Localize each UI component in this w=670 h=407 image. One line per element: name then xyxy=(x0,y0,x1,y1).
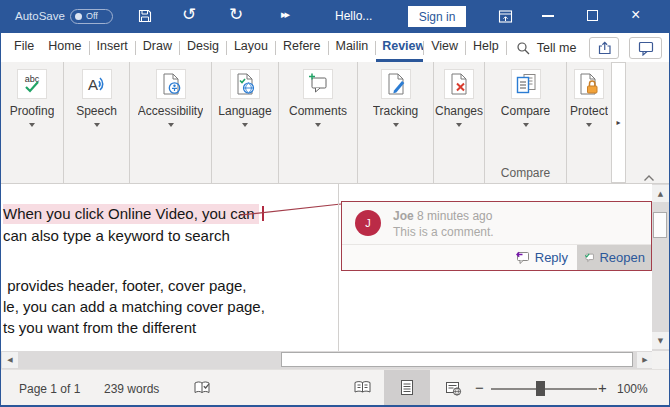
save-icon[interactable] xyxy=(137,8,153,28)
tracking-button[interactable] xyxy=(381,69,411,99)
tell-me-search[interactable]: Tell me xyxy=(507,33,586,62)
ribbon-button-label: Protect xyxy=(570,105,608,118)
print-layout-button[interactable] xyxy=(384,370,430,405)
tab-insert[interactable]: Insert xyxy=(90,33,135,62)
tab-help[interactable]: Help xyxy=(466,33,506,62)
scroll-up-icon[interactable]: ▲ xyxy=(652,185,669,202)
compare-button[interactable] xyxy=(511,69,541,99)
language-icon xyxy=(233,72,257,96)
scroll-down-icon[interactable]: ▼ xyxy=(652,332,669,349)
ribbon-group-compare[interactable]: Compare Compare xyxy=(485,62,567,183)
ribbon-group-tracking[interactable]: Tracking xyxy=(358,62,434,183)
document-line[interactable]: ts you want from the different xyxy=(3,319,196,336)
document-line-highlighted[interactable]: When you click Online Video, you can xyxy=(3,205,264,222)
document-title: Hello... xyxy=(335,9,372,23)
tab-review[interactable]: Review xyxy=(376,33,423,62)
share-icon xyxy=(596,40,613,56)
zoom-out-button[interactable]: − xyxy=(475,379,484,396)
comment-text: This is a comment. xyxy=(393,225,494,239)
document-line[interactable]: le, you can add a matching cover page, xyxy=(3,298,265,315)
speech-icon: A xyxy=(85,72,109,96)
reopen-button[interactable]: Reopen xyxy=(577,245,651,270)
horizontal-scrollbar[interactable]: ◀ ▶ xyxy=(1,351,669,369)
dropdown-arrow-icon[interactable] xyxy=(242,123,248,127)
ribbon-scroll-right-button[interactable]: ▸ xyxy=(611,62,626,183)
tab-view[interactable]: View xyxy=(424,33,465,62)
web-layout-button[interactable] xyxy=(432,370,474,405)
reply-button[interactable]: Reply xyxy=(504,245,577,270)
ribbon-button-label: Proofing xyxy=(10,105,55,118)
vertical-scrollbar-thumb[interactable] xyxy=(653,212,667,238)
word-count[interactable]: 239 words xyxy=(104,382,159,396)
share-button[interactable] xyxy=(589,37,619,59)
chevron-up-icon xyxy=(643,174,655,182)
dropdown-arrow-icon[interactable] xyxy=(393,123,399,127)
proofing-icon: abc xyxy=(20,72,44,96)
dropdown-arrow-icon[interactable] xyxy=(456,123,462,127)
dropdown-arrow-icon[interactable] xyxy=(168,123,174,127)
changes-icon xyxy=(447,72,471,96)
sign-in-button[interactable]: Sign in xyxy=(408,6,466,27)
redo-icon[interactable]: ↻ xyxy=(229,4,243,24)
dropdown-arrow-icon[interactable] xyxy=(315,123,321,127)
ribbon-group-accessibility[interactable]: Accessibility xyxy=(130,62,212,183)
dropdown-arrow-icon[interactable] xyxy=(586,123,592,127)
ribbon-group-speech[interactable]: A Speech xyxy=(64,62,130,183)
read-mode-button[interactable] xyxy=(341,370,383,405)
zoom-slider-handle[interactable] xyxy=(536,381,545,396)
zoom-in-button[interactable]: + xyxy=(598,379,607,396)
tab-references[interactable]: Refere xyxy=(276,33,328,62)
maximize-icon[interactable] xyxy=(587,10,598,21)
more-commands-icon[interactable]: ▸▸ xyxy=(281,8,288,21)
dropdown-arrow-icon[interactable] xyxy=(94,123,100,127)
comments-panel-divider xyxy=(338,184,339,351)
avatar: J xyxy=(355,210,381,236)
ribbon-group-changes[interactable]: Changes xyxy=(434,62,485,183)
ribbon-group-proofing[interactable]: abc Proofing xyxy=(1,62,64,183)
tab-layout[interactable]: Layou xyxy=(227,33,275,62)
tab-home[interactable]: Home xyxy=(41,33,88,62)
close-icon[interactable]: × xyxy=(631,6,640,24)
ribbon-group-comments[interactable]: Comments xyxy=(279,62,358,183)
document-line[interactable]: can also type a keyword to search xyxy=(3,227,230,244)
search-icon xyxy=(516,41,530,55)
tab-draw[interactable]: Draw xyxy=(136,33,179,62)
protect-icon xyxy=(577,72,601,96)
tab-design[interactable]: Desig xyxy=(180,33,226,62)
document-line[interactable]: provides header, footer, cover page, xyxy=(3,277,247,294)
ribbon-group-protect[interactable]: Protect xyxy=(567,62,611,183)
comments-ribbon-button[interactable] xyxy=(303,69,333,99)
zoom-level[interactable]: 100% xyxy=(617,382,648,396)
accessibility-button[interactable] xyxy=(156,69,186,99)
svg-text:A: A xyxy=(87,76,97,93)
ribbon-group-language[interactable]: Language xyxy=(212,62,279,183)
scroll-right-icon[interactable]: ▶ xyxy=(637,352,653,368)
print-layout-icon xyxy=(400,379,414,396)
horizontal-scrollbar-thumb[interactable] xyxy=(281,352,633,367)
document-workspace[interactable]: When you click Online Video, you can can… xyxy=(1,184,669,351)
tab-file[interactable]: File xyxy=(7,33,41,62)
autosave-toggle[interactable]: Off xyxy=(70,9,113,24)
changes-button[interactable] xyxy=(444,69,474,99)
dropdown-arrow-icon[interactable] xyxy=(523,123,529,127)
language-button[interactable] xyxy=(230,69,260,99)
comments-button[interactable] xyxy=(629,37,662,59)
reply-icon xyxy=(513,250,530,265)
speech-button[interactable]: A xyxy=(82,69,112,99)
scroll-left-icon[interactable]: ◀ xyxy=(2,352,18,368)
page-indicator[interactable]: Page 1 of 1 xyxy=(19,382,80,396)
tab-mailings[interactable]: Mailin xyxy=(329,33,376,62)
status-bar: Page 1 of 1 239 words xyxy=(1,369,669,405)
ribbon-display-options-icon[interactable] xyxy=(497,8,514,29)
proofing-button[interactable]: abc xyxy=(17,69,47,99)
commented-text-highlight[interactable]: When you click Online Video, you can xyxy=(3,204,259,224)
minimize-icon[interactable] xyxy=(542,15,554,17)
dropdown-arrow-icon[interactable] xyxy=(29,123,35,127)
protect-button[interactable] xyxy=(574,69,604,99)
proofing-status-icon[interactable] xyxy=(193,380,211,399)
comment-card[interactable]: J Joe 8 minutes ago This is a comment. R… xyxy=(341,201,652,271)
scrollbar-corner xyxy=(652,351,669,369)
vertical-scrollbar[interactable]: ▲ ▼ xyxy=(652,184,669,351)
reply-label: Reply xyxy=(535,250,568,265)
undo-icon[interactable]: ↺ xyxy=(182,4,196,24)
